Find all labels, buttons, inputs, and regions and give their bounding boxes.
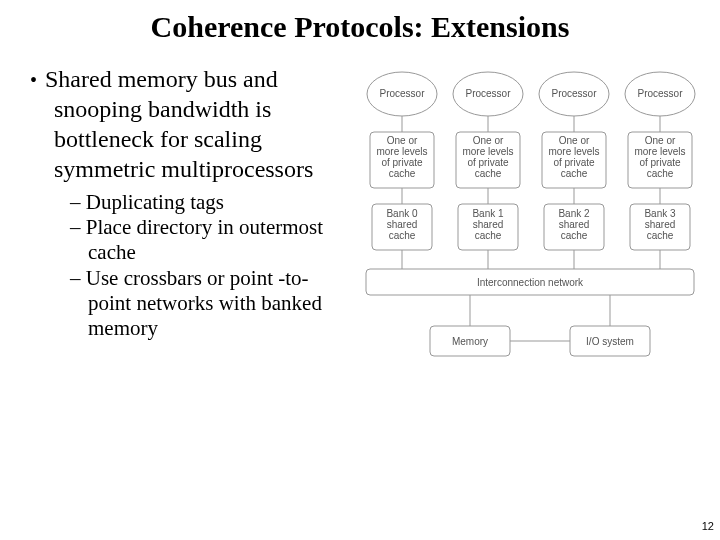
private-cache-group: One ormore levelsof privatecache One orm…: [370, 132, 692, 188]
main-bullet: •Shared memory bus and snooping bandwidt…: [30, 64, 350, 184]
text-column: •Shared memory bus and snooping bandwidt…: [30, 64, 350, 341]
memory-label: Memory: [452, 336, 488, 347]
page-number: 12: [702, 520, 714, 532]
slide-title: Coherence Protocols: Extensions: [0, 10, 720, 44]
bank-label-0: Bank 0sharedcache: [386, 208, 418, 241]
processor-label-0: Processor: [379, 88, 425, 99]
io-label: I/O system: [586, 336, 634, 347]
main-bullet-text: Shared memory bus and snooping bandwidth…: [45, 66, 313, 182]
sub-bullet-3: – Use crossbars or point -to-point netwo…: [70, 266, 350, 342]
content-row: •Shared memory bus and snooping bandwidt…: [0, 64, 720, 428]
processor-label-3: Processor: [637, 88, 683, 99]
processor-label-1: Processor: [465, 88, 511, 99]
sub-bullet-1-text: Duplicating tags: [86, 190, 224, 214]
diagram-svg: Processor Processor Processor Processor …: [360, 64, 700, 424]
architecture-diagram: Processor Processor Processor Processor …: [360, 64, 700, 428]
sub-bullet-3-text: Use crossbars or point -to-point network…: [86, 266, 322, 340]
sub-bullet-1: – Duplicating tags: [70, 190, 350, 215]
sub-bullet-2: – Place directory in outermost cache: [70, 215, 350, 265]
bank-label-2: Bank 2sharedcache: [558, 208, 590, 241]
bank-label-3: Bank 3sharedcache: [644, 208, 676, 241]
processor-group: Processor Processor Processor Processor: [367, 72, 695, 116]
bank-group: Bank 0sharedcache Bank 1sharedcache Bank…: [372, 204, 690, 250]
processor-label-2: Processor: [551, 88, 597, 99]
bank-label-1: Bank 1sharedcache: [472, 208, 504, 241]
sub-bullets: – Duplicating tags – Place directory in …: [30, 190, 350, 341]
interconnect-label: Interconnection network: [477, 277, 584, 288]
sub-bullet-2-text: Place directory in outermost cache: [86, 215, 323, 264]
